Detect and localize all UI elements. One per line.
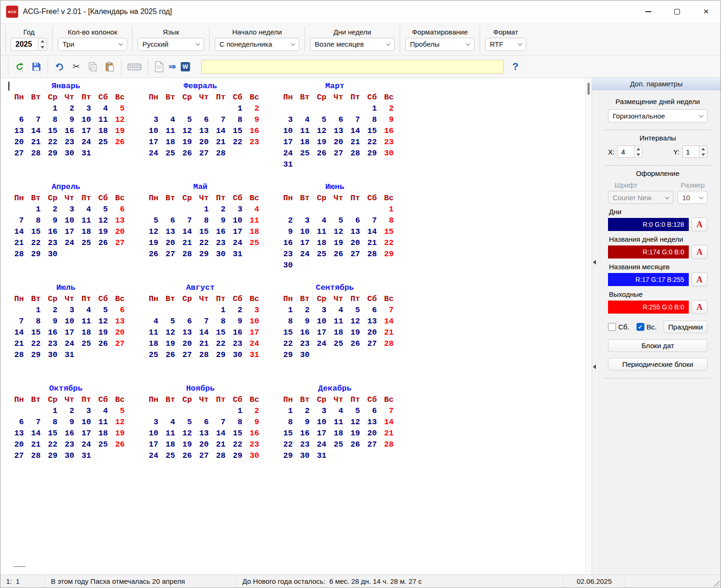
day-number: 11: [326, 417, 343, 428]
day-number: 24: [57, 338, 74, 350]
day-number: 10: [57, 215, 74, 226]
month-name: Март: [276, 81, 394, 92]
x-interval-spinner[interactable]: [634, 146, 643, 158]
month-name: Февраль: [141, 81, 259, 92]
day-number: 25: [91, 439, 108, 450]
day-number: 4: [74, 204, 91, 215]
year-spinner[interactable]: [38, 38, 47, 51]
week-row: 17181920212223: [141, 439, 259, 450]
x-spin-down[interactable]: [635, 152, 642, 157]
separator: [604, 378, 711, 378]
weekday-header: Вс: [242, 394, 259, 406]
close-button[interactable]: ✕: [692, 0, 721, 23]
weekday-header: Вт: [293, 294, 310, 305]
year-spin-down[interactable]: [38, 44, 47, 50]
status-bar: 1: 1 В этом году Пасха отмечалась 20 апр…: [0, 574, 721, 588]
splitter-handle[interactable]: [14, 566, 26, 567]
day-number: 6: [7, 417, 24, 428]
calendar-editor[interactable]: ЯнварьПнВтСрЧтПтСбВс12345678910111213141…: [0, 78, 592, 574]
y-interval-input[interactable]: 1: [682, 146, 699, 158]
help-button[interactable]: ?: [512, 61, 518, 73]
save-button[interactable]: [28, 58, 45, 75]
collapse-arrow-icon[interactable]: [593, 260, 596, 265]
weekday-header: Чт: [192, 394, 209, 406]
days-font-color-button[interactable]: A: [692, 217, 707, 231]
weekday-header: Чт: [57, 294, 74, 305]
collapse-arrow-icon[interactable]: [593, 364, 596, 369]
x-label: X:: [608, 148, 615, 156]
y-spin-down[interactable]: [700, 152, 707, 157]
day-number: 22: [226, 137, 242, 148]
export-word-button[interactable]: W: [177, 58, 194, 75]
day-number: 5: [310, 114, 326, 126]
font-select[interactable]: Courier New: [608, 191, 673, 204]
placement-select[interactable]: Горизонтальное: [608, 109, 707, 122]
day-number-weekend: 7: [377, 305, 394, 316]
weekday-header: Сб: [91, 92, 108, 103]
month-block: МайПнВтСрЧтПтСбВс12345678910111213141516…: [141, 182, 259, 282]
y-interval-spinner[interactable]: [699, 146, 707, 158]
weekend-color-swatch[interactable]: R:255 G:0 B:0: [608, 301, 689, 314]
days-color-swatch[interactable]: R:0 G:0 B:128: [608, 218, 689, 231]
year-input[interactable]: 2025: [11, 38, 38, 51]
day-number: 17: [57, 226, 74, 238]
weekdays-select[interactable]: Возле месяцев: [310, 38, 395, 51]
year-group: Год 2025: [6, 28, 52, 51]
columns-select[interactable]: Три: [58, 38, 127, 51]
formatting-select[interactable]: Пробелы: [405, 38, 474, 51]
day-number: 24: [141, 148, 158, 159]
day-number-weekend: 6: [108, 305, 125, 316]
paste-button[interactable]: [101, 58, 118, 75]
saturday-checkbox[interactable]: [608, 323, 616, 331]
day-number: 31: [226, 249, 242, 260]
copy-button[interactable]: [85, 58, 101, 75]
separator: [48, 59, 48, 75]
day-number-weekend: 16: [242, 428, 259, 439]
undo-button[interactable]: [51, 58, 68, 75]
week-row: 30: [276, 260, 394, 271]
day-number: 28: [209, 148, 226, 159]
weekend-font-color-button[interactable]: A: [692, 300, 707, 314]
year-spin-up[interactable]: [38, 38, 47, 44]
x-interval-input[interactable]: 4: [617, 146, 634, 158]
day-number: 31: [310, 450, 326, 462]
date-blocks-button[interactable]: Блоки дат: [608, 339, 707, 352]
minimize-button[interactable]: [634, 0, 663, 23]
day-number: 13: [360, 316, 377, 327]
document-button[interactable]: [151, 58, 168, 75]
weekday-font-color-button[interactable]: A: [692, 245, 707, 259]
separator: [121, 59, 121, 75]
content-area: ЯнварьПнВтСрЧтПтСбВс12345678910111213141…: [0, 78, 721, 574]
month-names-color-swatch[interactable]: R:17 G:17 B:255: [608, 273, 689, 286]
maximize-button[interactable]: [663, 0, 692, 23]
week-row: 14151617181920: [7, 327, 125, 338]
text-input[interactable]: [201, 60, 504, 74]
size-select[interactable]: 10: [678, 191, 707, 204]
day-number: 27: [192, 148, 209, 159]
weekday-header-row: ПнВтСрЧтПтСбВс: [276, 294, 394, 305]
day-number: 19: [175, 137, 192, 148]
y-spin-up[interactable]: [700, 146, 707, 152]
generate-button[interactable]: [11, 58, 28, 75]
column-width-button[interactable]: [124, 58, 145, 75]
format-select[interactable]: RTF: [485, 38, 526, 51]
cut-button[interactable]: ✂: [68, 58, 85, 75]
holidays-button[interactable]: Праздники: [664, 321, 707, 333]
day-number: 19: [326, 238, 343, 249]
format-value: RTF: [490, 40, 503, 48]
day-number: 4: [91, 406, 108, 417]
scrollbar-thumb[interactable]: [587, 83, 590, 95]
periodic-blocks-button[interactable]: Периодические блоки: [608, 358, 707, 371]
day-number: 6: [360, 305, 377, 316]
language-select[interactable]: Русский: [138, 38, 204, 51]
weekday-names-color-swatch[interactable]: R:174 G:0 B:0: [608, 245, 689, 259]
weekday-header: Сб: [360, 394, 377, 406]
month-block: АвгустПнВтСрЧтПтСбВс12345678910111213141…: [141, 282, 259, 383]
day-number: 11: [74, 215, 91, 226]
vertical-scrollbar[interactable]: [585, 78, 592, 574]
weekstart-select[interactable]: С понедельника: [215, 38, 299, 51]
month-font-color-button[interactable]: A: [692, 273, 707, 287]
sunday-checkbox[interactable]: [636, 323, 644, 331]
week-row: 3456789: [141, 114, 259, 126]
x-spin-up[interactable]: [635, 146, 642, 152]
